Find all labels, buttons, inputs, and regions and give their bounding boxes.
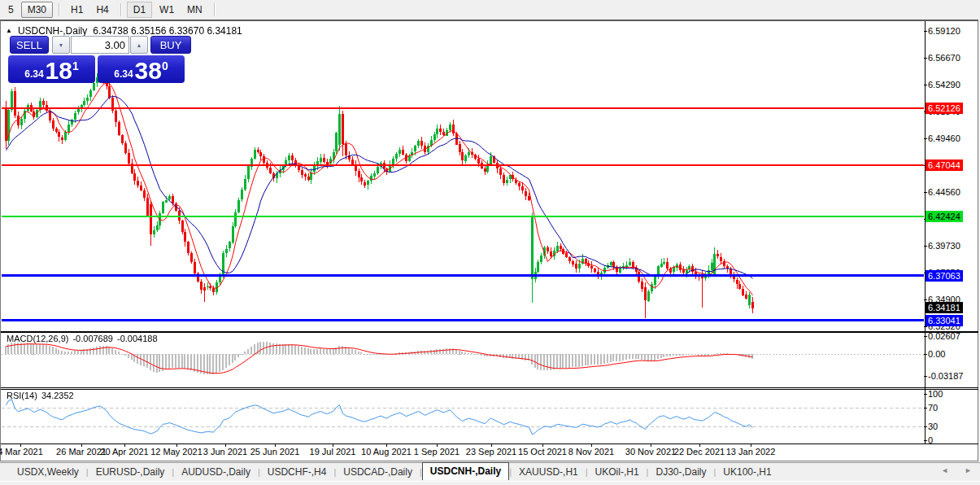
- macd-tick-mark: [924, 336, 927, 337]
- price-tick-mark: [924, 58, 927, 59]
- date-label: 26 Mar 2021: [56, 447, 107, 457]
- price-tick-label: 6.39730: [928, 240, 960, 251]
- macd-tick-label: 0.02607: [928, 330, 960, 342]
- price-level-badge: 6.42424: [926, 211, 963, 222]
- price-tick-mark: [924, 31, 927, 32]
- macd-label-row: MACD(12,26,9) -0.007689 -0.004188: [7, 334, 158, 343]
- macd-rsi-splitter[interactable]: [1, 389, 978, 390]
- rsi-tick-label: 100: [928, 388, 943, 400]
- date-label: 19 Jul 2021: [310, 447, 356, 457]
- rsi-indicator-label: RSI(14): [7, 391, 37, 400]
- price-level-badge: 6.52126: [926, 103, 963, 114]
- date-label: 8 Nov 2021: [568, 447, 614, 457]
- price-level-badge: 6.37063: [926, 270, 963, 282]
- rsi-bottom-line: [1, 443, 978, 444]
- chart-ohlc-values: 6.34738 6.35156 6.33670 6.34181: [93, 25, 242, 37]
- rsi-value: 34.2352: [41, 391, 74, 400]
- sell-price-box[interactable]: 6.34 18 1: [8, 55, 95, 83]
- date-label: 1 Sep 2021: [414, 447, 460, 457]
- buy-price-box[interactable]: 6.34 38 0: [98, 55, 185, 83]
- main-macd-splitter[interactable]: [1, 331, 978, 333]
- date-label: 3 Jun 2021: [203, 447, 247, 457]
- macd-tick-label: 0.00: [928, 348, 945, 360]
- date-label: 30 Nov 2021: [625, 447, 676, 457]
- toolbar-separator: [214, 3, 215, 16]
- rsi-label-row: RSI(14) 34.2352: [7, 391, 74, 400]
- tab-scroll-right-button[interactable]: ►: [965, 466, 972, 474]
- date-label: 15 Oct 2021: [518, 447, 567, 457]
- tab-scroll-arrows: ◄ ►: [941, 466, 972, 474]
- rsi-tick-mark: [924, 394, 927, 395]
- timeframe-button-w1[interactable]: W1: [154, 2, 180, 17]
- price-tick-mark: [924, 299, 927, 300]
- price-tick-label: 6.54290: [928, 79, 960, 90]
- volume-input[interactable]: [71, 36, 129, 54]
- toolbar-separator: [120, 3, 121, 16]
- rsi-tick-mark: [924, 440, 927, 441]
- timeframe-button-d1[interactable]: D1: [127, 2, 152, 18]
- symbol-tab-xauusd-h1[interactable]: XAUUSD-,H1: [512, 465, 586, 480]
- rsi-tick-mark: [924, 408, 927, 409]
- macd-tick-label: -0.03187: [928, 370, 963, 382]
- rsi-tick-label: 30: [928, 421, 938, 432]
- timeframe-button-m30[interactable]: M30: [21, 2, 53, 18]
- timeframe-button-h4[interactable]: H4: [90, 2, 114, 17]
- price-tick-mark: [924, 192, 927, 193]
- toolbar-separator: [59, 3, 59, 16]
- macd-signal-value: -0.004188: [117, 334, 158, 343]
- timeframe-button-mn[interactable]: MN: [181, 2, 208, 17]
- sell-button[interactable]: SELL: [10, 36, 49, 54]
- buy-price-small: 6.34: [114, 68, 133, 80]
- symbol-tab-audusd-daily[interactable]: AUDUSD-,Daily: [174, 465, 258, 480]
- date-label: 13 Jan 2022: [726, 447, 776, 457]
- chart-symbol-label: USDCNH-,Daily: [18, 25, 87, 37]
- price-tick-mark: [924, 326, 927, 327]
- chart-title: ▲ USDCNH-,Daily 6.34738 6.35156 6.33670 …: [6, 25, 242, 37]
- sell-price-big: 18: [46, 58, 72, 83]
- one-click-trade-panel: SELL ▼ ▲ BUY 6.34 18 1 6.34 38 0: [8, 36, 185, 84]
- macd-tick-mark: [924, 354, 927, 355]
- trade-panel-controls: SELL ▼ ▲ BUY: [10, 36, 191, 54]
- symbol-tab-usdx-weekly[interactable]: USDX,Weekly: [10, 465, 86, 480]
- symbol-tab-uk100-h1[interactable]: UK100-,H1: [716, 465, 778, 480]
- macd-indicator-label: MACD(12,26,9): [7, 334, 68, 343]
- symbol-tab-bar: USDX,Weekly|EURUSD-,Daily|AUDUSD-,Daily|…: [0, 462, 980, 480]
- buy-price-big: 38: [135, 58, 162, 83]
- timeframe-button-h1[interactable]: H1: [65, 2, 89, 17]
- tab-scroll-left-button[interactable]: ◄: [941, 466, 948, 474]
- price-tick-mark: [924, 85, 927, 85]
- buy-button[interactable]: BUY: [150, 36, 191, 54]
- date-label: 10 Aug 2021: [361, 447, 412, 457]
- symbol-tab-usdchf-h4[interactable]: USDCHF-,H4: [260, 465, 334, 480]
- timeframe-button-5[interactable]: 5: [2, 2, 20, 17]
- sell-price-sup: 1: [72, 59, 79, 72]
- price-tick-label: 6.59120: [928, 25, 960, 37]
- rsi-tick-label: 70: [928, 402, 938, 413]
- rsi-tick-mark: [924, 426, 927, 427]
- rsi-panel-canvas[interactable]: [2, 390, 924, 443]
- date-label: 22 Dec 2021: [674, 447, 725, 457]
- price-level-badge: 6.33041: [926, 315, 963, 326]
- macd-splitter-line-top[interactable]: [1, 387, 978, 388]
- symbol-tab-eurusd-daily[interactable]: EURUSD-,Daily: [89, 465, 172, 480]
- volume-increase-button[interactable]: ▲: [130, 36, 148, 54]
- volume-decrease-button[interactable]: ▼: [52, 36, 70, 54]
- chart-collapse-icon[interactable]: ▲: [6, 26, 12, 36]
- timeframe-toolbar: 5M30H1H4D1W1MN: [0, 0, 980, 19]
- buy-price-sup: 0: [162, 59, 168, 72]
- price-tick-label: 6.44560: [928, 186, 960, 198]
- symbol-tab-usdcnh-daily[interactable]: USDCNH-,Daily: [422, 462, 509, 480]
- price-level-badge: 6.34181: [926, 302, 963, 313]
- price-tick-mark: [924, 246, 927, 247]
- symbol-tab-usdcad-daily[interactable]: USDCAD-,Daily: [336, 465, 420, 480]
- date-label: 23 Sep 2021: [466, 447, 516, 457]
- down-arrow-icon: ▼: [59, 42, 64, 48]
- rsi-tick-label: 0: [928, 435, 933, 446]
- price-tick-mark: [924, 138, 927, 139]
- price-tick-label: 6.56670: [928, 52, 960, 63]
- symbol-tab-dj30-daily[interactable]: DJ30-,Daily: [648, 465, 713, 480]
- macd-main-value: -0.007689: [72, 334, 113, 343]
- price-tick-label: 6.49460: [928, 133, 960, 144]
- sell-price-small: 6.34: [24, 68, 43, 80]
- symbol-tab-ukoil-h1[interactable]: UKOil-,H1: [588, 465, 647, 480]
